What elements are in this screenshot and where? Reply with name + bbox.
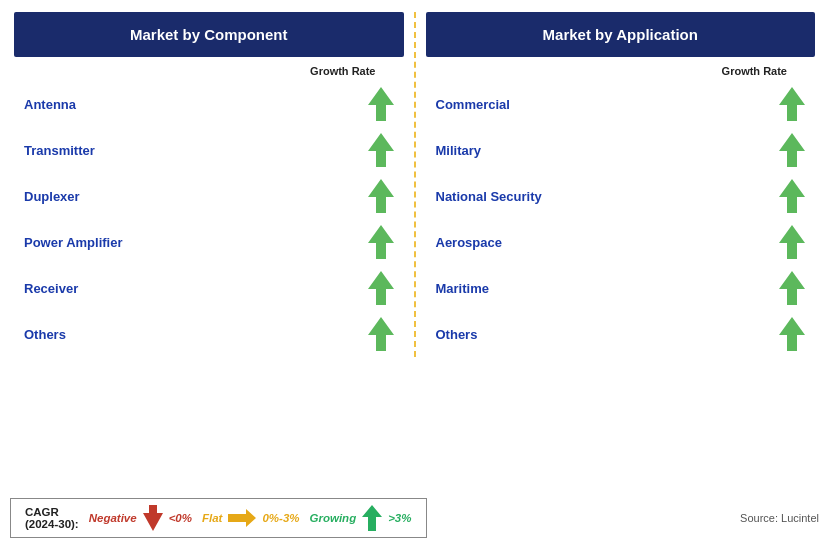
- left-item-row: Power Amplifier: [14, 219, 404, 265]
- svg-marker-6: [779, 87, 805, 121]
- legend-flat-range: 0%-3%: [262, 512, 299, 524]
- legend-box: CAGR(2024-30): Negative <0% Flat 0%-3% G…: [10, 498, 427, 538]
- arrow-up-icon-5: [368, 317, 394, 351]
- svg-marker-10: [779, 271, 805, 305]
- left-panel-header: Market by Component: [14, 12, 404, 57]
- right-panel: Market by Application Growth Rate Commer…: [426, 12, 816, 357]
- right-item-row: Aerospace: [426, 219, 816, 265]
- arrow-right-icon: [228, 509, 256, 527]
- cagr-label: CAGR(2024-30):: [25, 506, 79, 530]
- left-item-antenna: Antenna: [24, 97, 76, 112]
- right-item-national-security: National Security: [436, 189, 542, 204]
- svg-marker-8: [779, 179, 805, 213]
- legend-flat-label: Flat: [202, 512, 222, 524]
- right-item-maritime: Maritime: [436, 281, 489, 296]
- legend-growing-range: >3%: [388, 512, 411, 524]
- legend-negative: Negative <0%: [89, 505, 192, 531]
- right-item-row: Military: [426, 127, 816, 173]
- left-item-row: Others: [14, 311, 404, 357]
- svg-marker-3: [368, 225, 394, 259]
- legend-growing-label: Growing: [310, 512, 357, 524]
- arrow-up-icon-r2: [779, 179, 805, 213]
- right-growth-rate-label: Growth Rate: [426, 57, 816, 81]
- left-item-row: Transmitter: [14, 127, 404, 173]
- left-item-row: Antenna: [14, 81, 404, 127]
- arrow-down-icon: [143, 505, 163, 531]
- right-item-commercial: Commercial: [436, 97, 510, 112]
- svg-marker-9: [779, 225, 805, 259]
- legend-negative-label: Negative: [89, 512, 137, 524]
- right-panel-header: Market by Application: [426, 12, 816, 57]
- right-item-aerospace: Aerospace: [436, 235, 502, 250]
- source-label: Source: Lucintel: [740, 512, 819, 524]
- arrow-up-icon-4: [368, 271, 394, 305]
- left-item-others: Others: [24, 327, 66, 342]
- right-item-military: Military: [436, 143, 482, 158]
- left-item-row: Receiver: [14, 265, 404, 311]
- arrow-up-icon-1: [368, 133, 394, 167]
- right-item-row: National Security: [426, 173, 816, 219]
- svg-marker-11: [779, 317, 805, 351]
- left-growth-rate-label: Growth Rate: [14, 57, 404, 81]
- svg-marker-5: [368, 317, 394, 351]
- svg-marker-12: [143, 505, 163, 531]
- arrow-up-icon-r3: [779, 225, 805, 259]
- svg-marker-0: [368, 87, 394, 121]
- arrow-up-icon-2: [368, 179, 394, 213]
- arrow-up-icon-r4: [779, 271, 805, 305]
- svg-marker-7: [779, 133, 805, 167]
- panel-divider: [414, 12, 416, 357]
- arrow-up-icon-legend: [362, 505, 382, 531]
- left-item-transmitter: Transmitter: [24, 143, 95, 158]
- left-item-row: Duplexer: [14, 173, 404, 219]
- left-item-power-amplifier: Power Amplifier: [24, 235, 122, 250]
- svg-marker-14: [362, 505, 382, 531]
- arrow-up-icon-r5: [779, 317, 805, 351]
- right-item-row: Commercial: [426, 81, 816, 127]
- svg-marker-13: [228, 509, 256, 527]
- svg-marker-2: [368, 179, 394, 213]
- arrow-up-icon-0: [368, 87, 394, 121]
- legend-growing: Growing >3%: [310, 505, 412, 531]
- svg-marker-4: [368, 271, 394, 305]
- left-item-receiver: Receiver: [24, 281, 78, 296]
- arrow-up-icon-r0: [779, 87, 805, 121]
- left-item-duplexer: Duplexer: [24, 189, 80, 204]
- svg-marker-1: [368, 133, 394, 167]
- arrow-up-icon-r1: [779, 133, 805, 167]
- right-item-row: Maritime: [426, 265, 816, 311]
- legend-flat: Flat 0%-3%: [202, 509, 300, 527]
- right-item-others: Others: [436, 327, 478, 342]
- legend-negative-range: <0%: [169, 512, 192, 524]
- right-item-row: Others: [426, 311, 816, 357]
- footer: CAGR(2024-30): Negative <0% Flat 0%-3% G…: [10, 498, 819, 538]
- left-panel: Market by Component Growth Rate Antenna …: [14, 12, 404, 357]
- arrow-up-icon-3: [368, 225, 394, 259]
